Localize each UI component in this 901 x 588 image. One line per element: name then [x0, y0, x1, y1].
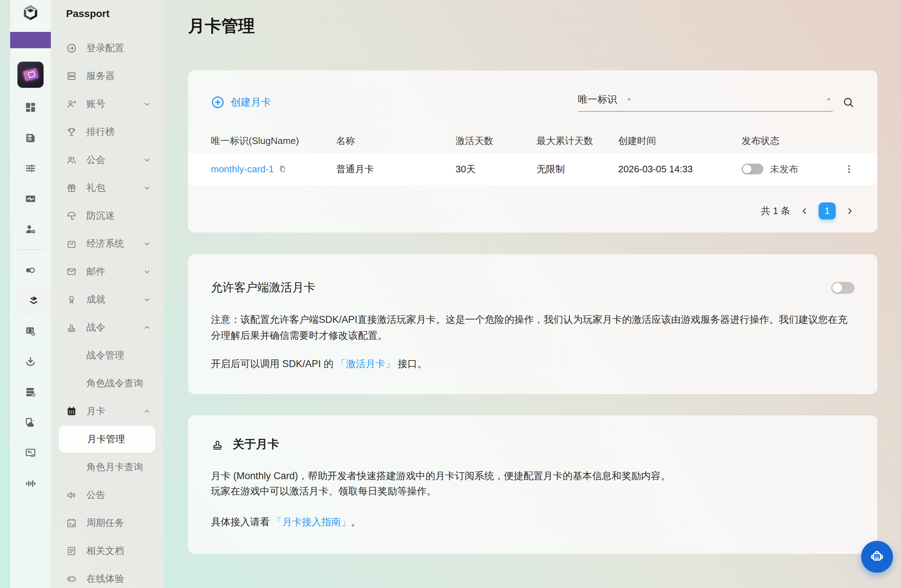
rail-item-layers[interactable]: [17, 286, 51, 316]
rail-item-database-view[interactable]: [10, 382, 51, 402]
sidebar-item-server[interactable]: 服务器: [51, 62, 164, 90]
tune-icon: [24, 162, 37, 174]
waveform-icon: [24, 478, 37, 490]
rail-item-user-settings[interactable]: [10, 219, 51, 240]
card-name-cell: 普通月卡: [336, 163, 455, 176]
about-text: 月卡 (Monthly Card)，帮助开发者快速搭建游戏中的月卡订阅系统，便捷…: [211, 468, 854, 499]
api-line: 开启后可以调用 SDK/API 的 「激活月卡」 接口。: [211, 357, 854, 370]
sidebar-item-monthly-card-manage[interactable]: 月卡管理: [59, 426, 155, 453]
publish-toggle[interactable]: [742, 163, 764, 174]
activity-icon: [24, 193, 37, 205]
guide-suffix: 。: [351, 516, 361, 527]
robot-icon: [869, 549, 885, 565]
sidebar-item-monthly-card[interactable]: 月卡: [51, 397, 164, 425]
api-line-suffix: 接口。: [395, 358, 427, 369]
sidebar-item-label: 在线体验: [86, 572, 124, 585]
search-filter[interactable]: 唯一标识: [578, 93, 833, 112]
table-toolbar: 创建月卡 唯一标识: [188, 70, 878, 112]
sidebar: Passport 登录配置服务器账号排行榜公会礼包防沉迷经济系统邮件成就战令战令…: [51, 0, 164, 588]
sidebar-item-label: 月卡: [86, 405, 105, 417]
created-time-cell: 2026-03-05 14:33: [618, 163, 742, 175]
max-days-cell: 无限制: [536, 163, 618, 176]
rail-item-download[interactable]: [10, 352, 51, 372]
mail-icon: [66, 266, 77, 277]
column-header: 创建时间: [618, 135, 742, 147]
speaker-icon: [66, 490, 77, 501]
about-line-2: 玩家在游戏中可以激活月卡、领取每日奖励等操作。: [211, 484, 854, 499]
create-monthly-card-button[interactable]: 创建月卡: [211, 95, 271, 109]
sidebar-item-anti-addiction[interactable]: 防沉迷: [51, 202, 164, 230]
slug-link[interactable]: monthly-card-1: [211, 163, 274, 175]
search-icon[interactable]: [842, 96, 854, 109]
rail-item-waveform[interactable]: [10, 473, 51, 494]
guide-link[interactable]: 「月卡接入指南」: [273, 516, 351, 527]
sidebar-item-periodic-task[interactable]: 周期任务: [51, 509, 164, 537]
chevron-right-icon[interactable]: [845, 206, 854, 216]
filter-field-label[interactable]: 唯一标识: [578, 93, 617, 106]
sidebar-item-battle-pass[interactable]: 战令: [51, 313, 164, 341]
sidebar-item-account[interactable]: 账号: [51, 90, 164, 118]
caret-down-icon: [625, 95, 633, 103]
chevron-left-icon[interactable]: [800, 206, 809, 216]
sidebar-item-leaderboard[interactable]: 排行榜: [51, 118, 164, 146]
column-header: 激活天数: [455, 135, 536, 147]
rail-item-tune[interactable]: [10, 158, 51, 179]
sidebar-item-announcement[interactable]: 公告: [51, 481, 164, 509]
sidebar-item-economy-system[interactable]: 经济系统: [51, 230, 164, 258]
chevron-down-icon: [143, 296, 151, 303]
client-activation-card: 允许客户端激活月卡 注意：该配置允许客户端SDK/API直接激活玩家月卡。这是一…: [188, 254, 878, 394]
rail-item-board-warning[interactable]: [10, 443, 51, 463]
client-activation-title: 允许客户端激活月卡: [211, 280, 315, 296]
table-row: monthly-card-1 普通月卡 30天 无限制 2026-03-05 1…: [188, 153, 878, 185]
assistant-fab-button[interactable]: [861, 541, 893, 573]
column-header: 最大累计天数: [536, 135, 618, 147]
sidebar-item-mail[interactable]: 邮件: [51, 258, 164, 285]
create-button-label: 创建月卡: [231, 95, 271, 109]
rail-item-dashboard[interactable]: [10, 97, 51, 118]
sidebar-item-battle-pass-role-query[interactable]: 角色战令查询: [51, 369, 164, 397]
sidebar-item-login-config[interactable]: 登录配置: [51, 34, 164, 62]
rail-item-activity[interactable]: [10, 189, 51, 209]
sidebar-item-online-demo[interactable]: 在线体验: [51, 565, 164, 588]
dashboard-icon: [24, 101, 37, 114]
sidebar-item-label: 角色月卡查询: [86, 461, 143, 473]
sidebar-item-battle-pass-manage[interactable]: 战令管理: [51, 341, 164, 369]
calendar-check-icon: [66, 518, 77, 529]
code-eye-icon: [24, 325, 37, 338]
rail-item-cloud-copy[interactable]: [10, 412, 51, 433]
rail-item-infinity[interactable]: [10, 260, 51, 280]
sidebar-item-label: 礼包: [86, 181, 105, 194]
chevron-down-icon: [143, 156, 151, 164]
rail-item-code-preview[interactable]: [10, 321, 51, 341]
activate-card-api-link[interactable]: 「激活月卡」: [336, 358, 395, 369]
sidebar-item-achievement[interactable]: 成就: [51, 285, 164, 313]
monthly-card-table-card: 创建月卡 唯一标识: [188, 70, 878, 233]
news-icon: [24, 132, 37, 144]
sidebar-item-related-docs[interactable]: 相关文档: [51, 537, 164, 565]
calendar-icon: [66, 406, 77, 417]
stamp-icon: [66, 322, 77, 333]
guide-line: 具体接入请看 「月卡接入指南」。: [211, 515, 854, 529]
cloud-copy-icon: [24, 417, 37, 429]
sidebar-item-label: 成就: [86, 293, 105, 306]
client-activation-toggle[interactable]: [831, 282, 854, 294]
shopping-bag-icon: [66, 238, 77, 249]
workspace-color-bar: [10, 32, 51, 48]
unity-logo[interactable]: [20, 3, 41, 23]
filter-value-input[interactable]: [633, 93, 825, 106]
sidebar-item-guild[interactable]: 公会: [51, 146, 164, 174]
sidebar-menu: 登录配置服务器账号排行榜公会礼包防沉迷经济系统邮件成就战令战令管理角色战令查询月…: [51, 34, 164, 588]
sidebar-item-gift-pack[interactable]: 礼包: [51, 174, 164, 202]
project-thumbnail[interactable]: [17, 62, 44, 88]
chevron-down-icon: [143, 268, 151, 276]
rail-item-news[interactable]: [10, 128, 51, 148]
sidebar-item-label: 周期任务: [86, 516, 124, 529]
table-header-row: 唯一标识(SlugName) 名称 激活天数 最大累计天数 创建时间 发布状态: [188, 128, 878, 153]
sidebar-item-monthly-card-role-query[interactable]: 角色月卡查询: [51, 453, 164, 481]
row-actions-kebab-icon[interactable]: [843, 163, 854, 174]
page-number-button[interactable]: 1: [818, 202, 836, 219]
copy-icon[interactable]: [278, 165, 287, 173]
caret-down-icon: [825, 95, 833, 103]
client-activation-header: 允许客户端激活月卡: [211, 280, 854, 296]
trophy-icon: [66, 127, 77, 137]
